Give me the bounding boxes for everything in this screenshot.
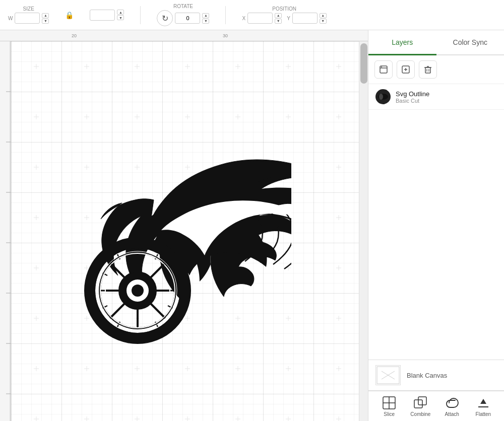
flatten-action[interactable]: Flatten xyxy=(471,396,496,417)
lock-icon[interactable]: 🔒 xyxy=(65,11,74,19)
artwork-container[interactable] xyxy=(29,134,281,336)
layer-name: Svg Outline xyxy=(396,90,429,98)
flatten-icon xyxy=(476,396,490,410)
svg-line-49 xyxy=(111,302,127,317)
y-input[interactable] xyxy=(292,13,318,24)
svg-line-47 xyxy=(149,302,164,317)
y-up-btn[interactable]: ▲ xyxy=(320,13,327,18)
flatten-label: Flatten xyxy=(476,411,491,417)
rotate-icon: ↻ xyxy=(157,10,173,26)
x-input[interactable] xyxy=(247,13,273,24)
ruler-vertical xyxy=(0,41,11,421)
delete-icon xyxy=(423,65,432,74)
svg-point-61 xyxy=(379,94,383,100)
height-arrows: ▲ ▼ xyxy=(117,10,124,20)
main-layout: 20 30 xyxy=(0,30,504,421)
tab-layers[interactable]: Layers xyxy=(368,30,436,55)
width-down-btn[interactable]: ▼ xyxy=(42,19,49,24)
layer-thumbnail xyxy=(375,89,391,104)
combine-svg-icon xyxy=(413,396,427,410)
tab-color-sync[interactable]: Color Sync xyxy=(436,30,505,55)
panel-spacer xyxy=(368,110,504,360)
size-group: Size W ▲ ▼ xyxy=(8,6,49,24)
sep2 xyxy=(225,6,226,24)
height-down-btn[interactable]: ▼ xyxy=(117,15,124,20)
ruler-horizontal: 20 30 xyxy=(0,30,368,41)
position-label: Position xyxy=(272,6,296,12)
flatten-svg-icon xyxy=(476,396,490,410)
attach-action[interactable]: Attach xyxy=(439,396,465,417)
slice-svg-icon xyxy=(382,396,396,410)
bottom-action-bar: Slice Combine Attach xyxy=(368,391,504,421)
combine-icon xyxy=(413,396,427,410)
layer-info: Svg Outline Basic Cut xyxy=(396,90,429,104)
svg-rect-55 xyxy=(425,67,430,73)
svg-line-46 xyxy=(111,264,127,279)
height-group: ▲ ▼ xyxy=(90,10,124,21)
screenshot-icon xyxy=(379,65,388,74)
ruler-mark-30: 30 xyxy=(223,33,228,38)
layer-item-svg-outline[interactable]: Svg Outline Basic Cut xyxy=(368,84,504,110)
canvas-item[interactable]: Blank Canvas xyxy=(368,360,504,391)
height-input[interactable] xyxy=(90,10,115,21)
svg-point-51 xyxy=(381,66,382,67)
slice-icon xyxy=(382,396,396,410)
height-up-btn[interactable]: ▲ xyxy=(117,10,124,15)
attach-icon xyxy=(445,396,459,410)
add-icon xyxy=(401,65,410,74)
w-label: W xyxy=(8,16,13,21)
canvas-thumbnail xyxy=(375,365,401,385)
add-layer-btn[interactable] xyxy=(397,60,415,79)
delete-layer-btn[interactable] xyxy=(419,60,437,79)
width-arrows: ▲ ▼ xyxy=(42,13,49,24)
screenshot-btn[interactable] xyxy=(374,60,393,79)
toolbar: Size W ▲ ▼ 🔒 ▲ ▼ Rotate ↻ ▲ xyxy=(0,0,504,30)
svg-point-41 xyxy=(132,285,144,297)
layer-thumb-icon xyxy=(377,92,389,101)
x-up-btn[interactable]: ▲ xyxy=(275,13,282,18)
right-panel: Layers Color Sync xyxy=(368,30,504,421)
canvas-thumb-svg xyxy=(376,366,400,384)
attach-svg-icon xyxy=(445,396,459,410)
panel-toolbar xyxy=(368,55,504,84)
scrollbar-thumb[interactable] xyxy=(360,43,367,84)
x-down-btn[interactable]: ▼ xyxy=(275,19,282,24)
attach-label: Attach xyxy=(445,411,459,417)
rotate-label: Rotate xyxy=(173,4,193,9)
svg-marker-71 xyxy=(480,399,486,404)
scrollbar-vertical[interactable] xyxy=(359,41,368,421)
canvas-area[interactable]: 20 30 xyxy=(0,30,368,421)
canvas-name: Blank Canvas xyxy=(407,372,447,379)
panel-tabs: Layers Color Sync xyxy=(368,30,504,55)
layer-type: Basic Cut xyxy=(396,98,429,104)
combine-label: Combine xyxy=(410,411,430,417)
y-down-btn[interactable]: ▼ xyxy=(320,19,327,24)
ruler-v-svg xyxy=(0,41,11,421)
y-label: Y xyxy=(287,16,290,21)
sep1 xyxy=(140,6,141,24)
svg-line-48 xyxy=(149,264,164,279)
x-label: X xyxy=(242,16,245,21)
position-group: Position X ▲ ▼ Y ▲ ▼ xyxy=(242,6,326,24)
slice-action[interactable]: Slice xyxy=(376,396,402,417)
rotate-group: Rotate ↻ ▲ ▼ xyxy=(157,4,209,26)
combine-action[interactable]: Combine xyxy=(408,396,433,417)
width-up-btn[interactable]: ▲ xyxy=(42,13,49,18)
ruler-mark-20: 20 xyxy=(72,33,77,38)
canvas-grid[interactable] xyxy=(11,41,359,421)
rotate-down-btn[interactable]: ▼ xyxy=(202,19,209,24)
width-input[interactable] xyxy=(15,13,40,24)
size-label: Size xyxy=(23,6,34,12)
slice-label: Slice xyxy=(384,411,395,417)
rotate-input[interactable] xyxy=(175,13,200,24)
artwork-svg xyxy=(29,134,291,346)
rotate-up-btn[interactable]: ▲ xyxy=(202,13,209,18)
